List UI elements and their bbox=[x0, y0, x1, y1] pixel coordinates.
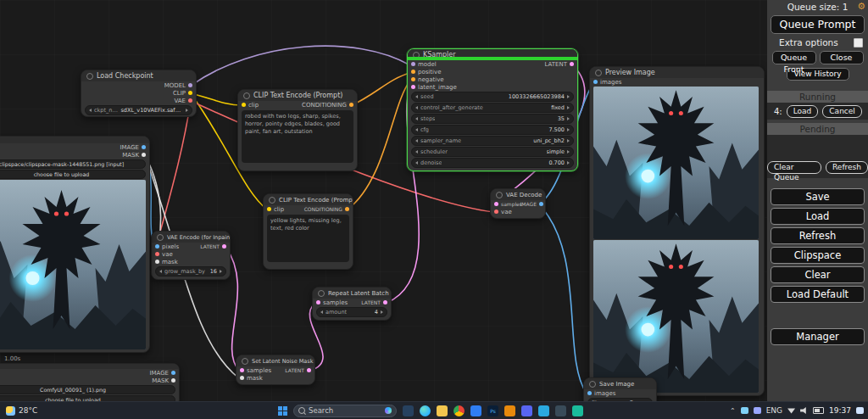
node-title-bar[interactable] bbox=[0, 364, 179, 369]
combo-left-arrow-icon[interactable] bbox=[415, 150, 418, 154]
number-left-arrow-icon[interactable] bbox=[320, 310, 323, 314]
node-title-bar[interactable]: CLIP Text Encode (Prompt) bbox=[238, 90, 357, 101]
notification-icon[interactable] bbox=[856, 407, 864, 414]
queue-prompt-button[interactable]: Queue Prompt bbox=[771, 15, 865, 34]
input-port-vae[interactable] bbox=[155, 252, 159, 256]
output-port-latent[interactable] bbox=[307, 368, 311, 372]
search-input[interactable]: Search bbox=[293, 405, 397, 417]
discord-icon[interactable] bbox=[521, 405, 532, 416]
collapse-dot-icon[interactable] bbox=[243, 92, 250, 99]
edge-browser-icon[interactable] bbox=[420, 405, 431, 416]
node-vae-encode-inpainting[interactable]: VAE Encode (for Inpainting) pixels LATEN… bbox=[151, 231, 231, 280]
image-file-widget[interactable]: clipspace/clipspace-mask-1448551.png [in… bbox=[0, 159, 146, 169]
running-load-button[interactable]: Load bbox=[787, 105, 819, 118]
combo-right-arrow-icon[interactable] bbox=[567, 139, 570, 142]
node-preview-image[interactable]: Preview Image images bbox=[589, 66, 765, 396]
ckpt-name-widget[interactable]: ckpt_name sdXL_v10VAEFix.safetensors bbox=[85, 105, 192, 115]
output-port-vae[interactable] bbox=[188, 98, 192, 103]
output-port-mask[interactable] bbox=[142, 153, 146, 157]
settings-gear-icon[interactable]: ⚙ bbox=[857, 1, 865, 13]
combo-left-arrow-icon[interactable] bbox=[415, 139, 418, 142]
node-load-checkpoint[interactable]: Load Checkpoint MODEL CLIP VAE ckpt_name… bbox=[81, 70, 197, 117]
collapse-dot-icon[interactable] bbox=[318, 290, 325, 297]
node-title-bar[interactable]: VAE Encode (for Inpainting) bbox=[152, 232, 230, 243]
output-port-latent[interactable] bbox=[570, 62, 574, 66]
refresh-button[interactable]: Refresh bbox=[771, 227, 865, 244]
upload-button[interactable]: choose file to upload bbox=[0, 170, 146, 179]
output-port-image[interactable] bbox=[171, 371, 175, 375]
number-right-arrow-icon[interactable] bbox=[567, 95, 570, 98]
number-left-arrow-icon[interactable] bbox=[415, 95, 418, 98]
scheduler-widget[interactable]: scheduler simple bbox=[411, 147, 574, 157]
hidden-icons-chevron-icon[interactable]: ⌃ bbox=[730, 407, 736, 415]
output-port-image[interactable] bbox=[539, 202, 543, 206]
steps-widget[interactable]: steps 35 bbox=[411, 114, 574, 124]
node-title-bar[interactable]: VAE Decode bbox=[491, 189, 545, 200]
load-default-button[interactable]: Load Default bbox=[771, 286, 865, 303]
node-clip-text-encode-negative[interactable]: CLIP Text Encode (Prompt) clip CONDITION… bbox=[263, 193, 353, 270]
grow-mask-by-widget[interactable]: grow_mask_by 16 bbox=[155, 266, 226, 277]
node-title-bar[interactable]: CLIP Text Encode (Prompt) bbox=[264, 194, 353, 205]
denoise-widget[interactable]: denoise 0.700 bbox=[411, 158, 574, 168]
combo-right-arrow-icon[interactable] bbox=[567, 106, 570, 109]
manager-button[interactable]: Manager bbox=[771, 328, 865, 345]
number-left-arrow-icon[interactable] bbox=[415, 128, 418, 131]
collapse-dot-icon[interactable] bbox=[496, 192, 503, 198]
output-port-conditioning[interactable] bbox=[349, 103, 353, 107]
vscode-icon[interactable] bbox=[538, 405, 549, 416]
node-load-image-bottom[interactable]: IMAGE MASK ComfyUI_00091_ (1).png choose… bbox=[0, 363, 180, 402]
node-title-bar[interactable]: KSampler bbox=[408, 49, 577, 60]
number-left-arrow-icon[interactable] bbox=[159, 270, 162, 273]
output-port-clip[interactable] bbox=[188, 91, 192, 95]
input-port-images[interactable] bbox=[593, 80, 598, 84]
input-port-images[interactable] bbox=[587, 391, 592, 395]
collapse-dot-icon[interactable] bbox=[595, 70, 602, 76]
battery-icon[interactable] bbox=[813, 407, 824, 414]
save-button[interactable]: Save bbox=[771, 188, 865, 205]
number-right-arrow-icon[interactable] bbox=[567, 117, 570, 120]
node-title-bar[interactable]: Load Checkpoint bbox=[81, 70, 196, 81]
teal-app-icon[interactable] bbox=[572, 405, 583, 416]
tray-app-icon[interactable] bbox=[741, 407, 748, 414]
node-vae-decode[interactable]: VAE Decode samples IMAGE vae bbox=[490, 188, 546, 219]
output-port-model[interactable] bbox=[188, 83, 192, 87]
language-indicator[interactable]: ENG bbox=[766, 406, 782, 415]
close-button[interactable]: Close bbox=[820, 51, 864, 64]
clear-button[interactable]: Clear bbox=[771, 266, 865, 283]
seed-widget[interactable]: seed 1003326665023984 bbox=[411, 92, 574, 102]
file-explorer-icon[interactable] bbox=[437, 405, 448, 416]
input-port-clip[interactable] bbox=[267, 207, 271, 211]
sampler-name-widget[interactable]: sampler_name uni_pc_bh2 bbox=[411, 136, 574, 146]
collapse-dot-icon[interactable] bbox=[242, 358, 248, 365]
node-title-bar[interactable]: Preview Image bbox=[590, 67, 764, 78]
output-port-latent[interactable] bbox=[222, 244, 226, 249]
node-title-bar[interactable]: Set Latent Noise Mask bbox=[236, 355, 314, 366]
wifi-icon[interactable] bbox=[787, 408, 795, 414]
input-port-clip[interactable] bbox=[242, 103, 246, 107]
input-port-samples[interactable] bbox=[240, 368, 244, 372]
amount-widget[interactable]: amount 4 bbox=[316, 307, 387, 317]
control-after-generate-widget[interactable]: control_after_generate fixed bbox=[411, 103, 574, 113]
refresh-queue-button[interactable]: Refresh bbox=[826, 161, 868, 174]
number-right-arrow-icon[interactable] bbox=[220, 270, 222, 273]
node-load-image-clipspace[interactable]: IMAGE MASK clipspace/clipspace-mask-1448… bbox=[0, 136, 150, 353]
input-port-samples[interactable] bbox=[494, 202, 498, 206]
number-right-arrow-icon[interactable] bbox=[567, 128, 570, 131]
number-left-arrow-icon[interactable] bbox=[415, 161, 418, 165]
input-port-samples[interactable] bbox=[316, 300, 320, 304]
node-set-latent-noise-mask[interactable]: Set Latent Noise Mask samples LATENT mas… bbox=[236, 355, 315, 385]
node-repeat-latent-batch[interactable]: Repeat Latent Batch samples LATENT amoun… bbox=[312, 287, 392, 321]
number-left-arrow-icon[interactable] bbox=[415, 117, 418, 120]
clock[interactable]: 19:37 bbox=[829, 406, 851, 415]
input-port-vae[interactable] bbox=[494, 210, 498, 214]
node-title-bar[interactable]: Repeat Latent Batch bbox=[313, 288, 391, 299]
clear-queue-button[interactable]: Clear Queue bbox=[767, 161, 821, 174]
running-cancel-button[interactable]: Cancel bbox=[822, 105, 862, 118]
node-save-image[interactable]: Save Image images filename_prefix ComfyU… bbox=[583, 377, 657, 402]
collapse-dot-icon[interactable] bbox=[269, 197, 275, 204]
cfg-widget[interactable]: cfg 7.500 bbox=[411, 125, 574, 135]
clipspace-button[interactable]: Clipspace bbox=[771, 247, 865, 264]
input-port-pixels[interactable] bbox=[155, 244, 159, 249]
prompt-textarea[interactable]: robed with two legs, sharp, spikes, horr… bbox=[242, 110, 353, 163]
node-title-bar[interactable]: Save Image bbox=[584, 378, 656, 389]
